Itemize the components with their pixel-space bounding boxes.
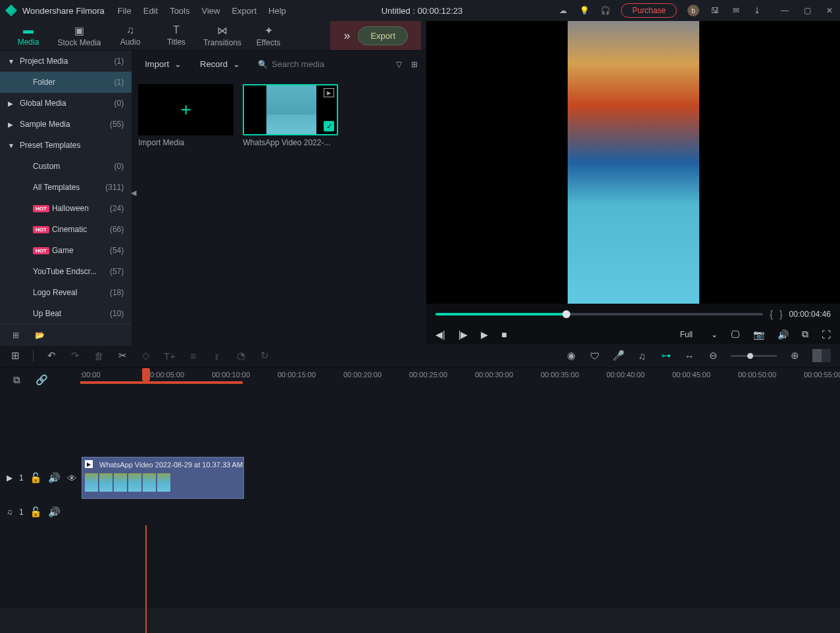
redo-icon[interactable]: ↷ <box>69 350 81 362</box>
marker-icon[interactable]: 🛡 <box>589 350 601 362</box>
snapshot-icon[interactable]: 📷 <box>753 329 764 340</box>
download-icon[interactable]: ⤓ <box>752 5 762 16</box>
maximize-icon[interactable]: ▢ <box>802 5 812 16</box>
text-tool-icon[interactable]: T+ <box>164 350 176 362</box>
lock-icon[interactable]: 🔓 <box>30 506 42 518</box>
sidebar-item-game[interactable]: HOTGame(54) <box>0 240 132 261</box>
timeline-ruler[interactable]: :00:0000:00:05:0000:00:10:0000:00:15:000… <box>80 368 840 391</box>
tab-audio[interactable]: ♫Audio <box>107 21 153 50</box>
import-dropdown[interactable]: Import⌄ <box>138 57 188 72</box>
search-input[interactable] <box>272 59 382 69</box>
sidebar-item-count: (1) <box>114 78 124 87</box>
lightbulb-icon[interactable]: 💡 <box>579 5 589 16</box>
import-media-tile[interactable]: + Import Media <box>138 84 234 147</box>
ruler-tick: 00:00:50:00 <box>738 371 776 379</box>
mark-out-icon[interactable]: } <box>779 309 783 319</box>
next-frame-icon[interactable]: |▶ <box>458 329 468 340</box>
menu-help[interactable]: Help <box>268 6 286 16</box>
chevron-icon: ▶ <box>8 100 13 107</box>
menu-edit[interactable]: Edit <box>143 6 158 16</box>
menu-file[interactable]: File <box>118 6 132 16</box>
sidebar-item-up-beat[interactable]: Up Beat(10) <box>0 303 132 324</box>
user-avatar[interactable]: b <box>687 5 699 16</box>
adjust-icon[interactable]: ≡ <box>187 350 199 362</box>
tab-transitions[interactable]: ⋈Transitions <box>199 21 245 50</box>
audio-mixer-icon[interactable]: ♫ <box>636 350 648 362</box>
timeline-clip[interactable]: ▶ WhatsApp Video 2022-08-29 at 10.37.33 … <box>82 457 244 499</box>
sidebar-item-youtube-endscr-[interactable]: YouTube Endscr...(57) <box>0 261 132 282</box>
sidebar-item-halloween[interactable]: HOTHalloween(24) <box>0 198 132 219</box>
audio-edit-icon[interactable]: ⫾ <box>211 350 223 362</box>
filter-icon[interactable]: ▽ <box>393 59 404 70</box>
menu-tools[interactable]: Tools <box>170 6 189 16</box>
visibility-icon[interactable]: 👁 <box>67 472 77 484</box>
tab-media[interactable]: ▬Media <box>5 21 51 50</box>
delete-icon[interactable]: 🗑 <box>93 350 105 362</box>
sidebar-item-all-templates[interactable]: All Templates(311) <box>0 177 132 198</box>
grid-view-icon[interactable]: ⊞ <box>409 59 420 70</box>
zoom-slider[interactable] <box>731 355 777 357</box>
sidebar-item-preset-templates[interactable]: ▼Preset Templates <box>0 135 132 156</box>
tab-titles[interactable]: TTitles <box>153 21 199 50</box>
save-icon[interactable]: 🖫 <box>710 5 720 16</box>
ruler-tick: 00:00:10:00 <box>212 371 250 379</box>
prev-frame-icon[interactable]: ◀| <box>435 329 445 340</box>
split-icon[interactable]: ✂ <box>116 350 128 362</box>
pip-icon[interactable]: ⧉ <box>802 329 808 340</box>
menu-export[interactable]: Export <box>232 6 257 16</box>
tab-stock-media[interactable]: ▣Stock Media <box>51 21 107 50</box>
zoom-out-icon[interactable]: ⊖ <box>707 350 719 362</box>
sidebar-item-logo-reveal[interactable]: Logo Reveal(18) <box>0 282 132 303</box>
voiceover-icon[interactable]: 🎤 <box>612 350 624 362</box>
headphones-icon[interactable]: 🎧 <box>600 5 610 16</box>
new-folder-icon[interactable]: ⊞ <box>11 330 21 340</box>
undo-icon[interactable]: ↶ <box>45 350 57 362</box>
grid-icon[interactable]: ⊞ <box>9 350 21 362</box>
render-icon[interactable]: ◉ <box>565 350 577 362</box>
view-toggle[interactable] <box>812 349 831 362</box>
record-dropdown[interactable]: Record⌄ <box>193 57 247 72</box>
sidebar-item-custom[interactable]: Custom(0) <box>0 156 132 177</box>
search-media-box[interactable]: 🔍 <box>252 56 388 72</box>
track-options-icon[interactable]: ⧉ <box>11 374 22 386</box>
fullscreen-icon[interactable]: ⛶ <box>822 329 831 340</box>
expand-tabs-icon[interactable]: » <box>343 29 350 43</box>
mute-icon[interactable]: 🔊 <box>49 506 61 518</box>
open-folder-icon[interactable]: 📂 <box>34 330 45 340</box>
sidebar-item-cinematic[interactable]: HOTCinematic(66) <box>0 219 132 240</box>
sidebar-item-count: (1) <box>114 57 124 66</box>
minimize-icon[interactable]: — <box>779 5 790 16</box>
preview-progress-slider[interactable] <box>435 313 763 316</box>
close-icon[interactable]: ✕ <box>824 5 835 16</box>
auto-ripple-icon[interactable]: ⊶ <box>660 350 672 362</box>
mute-icon[interactable]: 🔊 <box>49 472 61 484</box>
zoom-in-icon[interactable]: ⊕ <box>789 350 801 362</box>
menu-view[interactable]: View <box>201 6 220 16</box>
sidebar-item-project-media[interactable]: ▼Project Media(1) <box>0 51 132 72</box>
color-icon[interactable]: ↻ <box>259 350 270 362</box>
crop-icon[interactable]: ◇ <box>140 350 152 362</box>
lock-icon[interactable]: 🔓 <box>30 472 42 484</box>
display-icon[interactable]: 🖵 <box>731 329 740 340</box>
sidebar-item-count: (55) <box>110 120 124 129</box>
tab-effects[interactable]: ✦Effects <box>245 21 291 50</box>
sidebar-item-sample-media[interactable]: ▶Sample Media(55) <box>0 114 132 135</box>
mail-icon[interactable]: ✉ <box>731 5 741 16</box>
stop-icon[interactable]: ■ <box>501 329 506 340</box>
link-icon[interactable]: 🔗 <box>36 374 47 386</box>
playhead[interactable] <box>142 368 150 380</box>
play-icon[interactable]: ▶ <box>481 329 488 340</box>
preview-video[interactable] <box>426 21 840 304</box>
purchase-button[interactable]: Purchase <box>621 3 677 18</box>
volume-icon[interactable]: 🔊 <box>778 329 789 340</box>
speed-icon[interactable]: ◔ <box>235 350 247 362</box>
cloud-icon[interactable]: ☁ <box>558 5 568 16</box>
collapse-sidebar-icon[interactable]: ◀ <box>131 189 136 197</box>
media-clip-tile[interactable]: ▶ ✓ WhatsApp Video 2022-... <box>243 84 338 147</box>
sidebar-item-global-media[interactable]: ▶Global Media(0) <box>0 93 132 114</box>
quality-dropdown[interactable]: Full⌄ <box>680 330 718 339</box>
fit-zoom-icon[interactable]: ↔ <box>683 350 695 362</box>
mark-in-icon[interactable]: { <box>770 309 773 319</box>
sidebar-item-folder[interactable]: Folder(1) <box>0 72 132 93</box>
export-button[interactable]: Export <box>358 26 408 45</box>
